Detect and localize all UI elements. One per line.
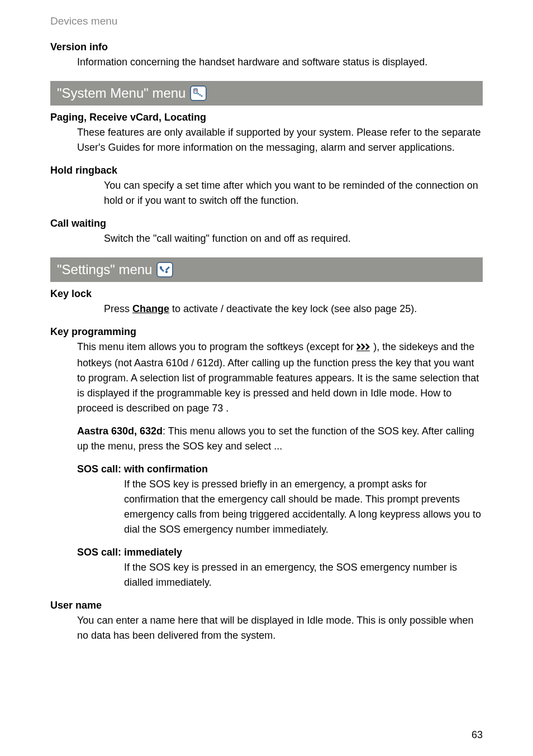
- version-info-title: Version info: [50, 40, 483, 55]
- system-menu-icon: [190, 85, 207, 101]
- change-softkey-label: Change: [132, 303, 169, 314]
- chevron-icon: [356, 341, 373, 356]
- key-programming-body2: Aastra 630d, 632d: This menu allows you …: [77, 424, 483, 454]
- kp-body1-prefix: This menu item allows you to program the…: [77, 341, 356, 352]
- kp-body2-bold: Aastra 630d, 632d: [77, 425, 163, 437]
- svg-rect-4: [165, 271, 168, 273]
- sos-confirm-body: If the SOS key is pressed briefly in an …: [124, 477, 483, 537]
- hold-ringback-title: Hold ringback: [50, 163, 483, 178]
- svg-rect-3: [160, 266, 162, 269]
- hold-ringback-body: You can specify a set time after which y…: [104, 178, 483, 208]
- key-lock-prefix: Press: [104, 303, 132, 314]
- key-lock-body: Press Change to activate / deactivate th…: [104, 302, 483, 317]
- paging-title: Paging, Receive vCard, Locating: [50, 110, 483, 125]
- key-programming-title: Key programming: [50, 324, 483, 339]
- settings-menu-label: "Settings" menu: [57, 260, 152, 280]
- settings-menu-bar: "Settings" menu: [50, 257, 483, 282]
- system-menu-label: "System Menu" menu: [57, 83, 185, 103]
- key-lock-suffix: to activate / deactivate the key lock (s…: [169, 303, 417, 314]
- paging-body: These features are only available if sup…: [77, 125, 483, 155]
- key-lock-title: Key lock: [50, 286, 483, 302]
- call-waiting-title: Call waiting: [50, 216, 483, 231]
- version-info-body: Information concerning the handset hardw…: [77, 55, 483, 70]
- page-number: 63: [472, 728, 483, 743]
- user-name-body: You can enter a name here that will be d…: [77, 613, 483, 643]
- sos-immediate-title: SOS call: immediately: [77, 545, 483, 560]
- call-waiting-body: Switch the "call waiting" function on an…: [104, 231, 483, 246]
- running-header: Devices menu: [50, 13, 483, 30]
- user-name-title: User name: [50, 598, 483, 613]
- settings-menu-icon: [156, 262, 173, 277]
- sos-immediate-body: If the SOS key is pressed in an emergenc…: [124, 560, 483, 590]
- sos-confirm-title: SOS call: with confirmation: [77, 462, 483, 477]
- key-programming-body1: This menu item allows you to program the…: [77, 339, 483, 416]
- system-menu-bar: "System Menu" menu: [50, 81, 483, 106]
